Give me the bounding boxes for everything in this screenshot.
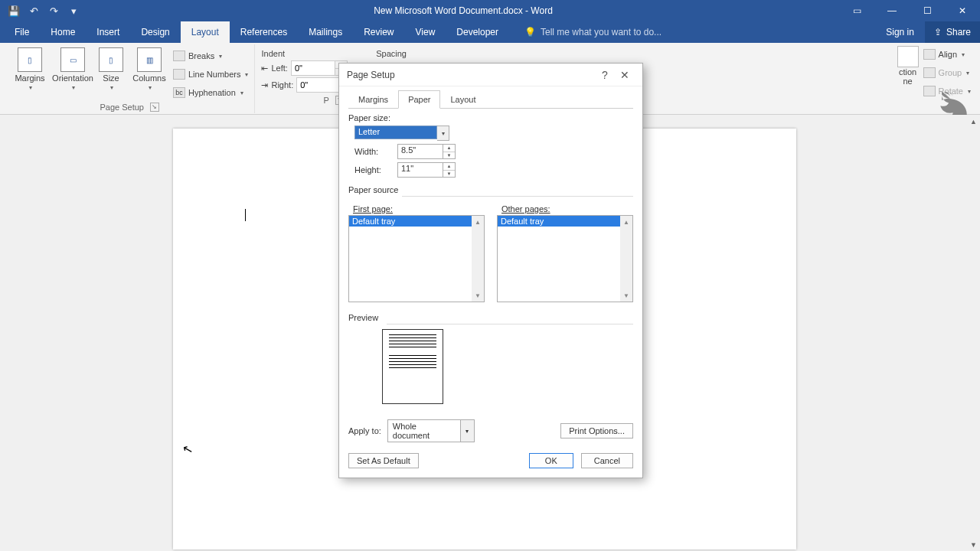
apply-to-label: Apply to:	[348, 426, 381, 435]
hyphenation-button[interactable]: bcHyphenation▾	[173, 84, 248, 101]
breaks-icon	[173, 51, 185, 61]
paper-size-combo[interactable]: Letter ▾	[354, 126, 449, 141]
selection-pane-label-2: ne	[903, 77, 912, 86]
tab-developer[interactable]: Developer	[446, 21, 509, 43]
size-button[interactable]: ▯Size▾	[96, 46, 126, 91]
window-title: New Microsoft Word Document.docx - Word	[87, 5, 839, 16]
qat-more-icon[interactable]: ▾	[67, 5, 80, 17]
other-pages-scrollbar[interactable]: ▲▼	[620, 216, 632, 302]
tab-design[interactable]: Design	[130, 21, 180, 43]
width-value[interactable]: 8.5"	[397, 144, 443, 159]
tab-layout[interactable]: Layout	[181, 21, 230, 43]
first-page-item[interactable]: Default tray	[349, 216, 484, 227]
preview-label: Preview	[348, 313, 633, 322]
margins-icon: ▯	[18, 47, 42, 72]
maximize-icon[interactable]: ☐	[910, 0, 945, 21]
dialog-tab-margins[interactable]: Margins	[348, 90, 398, 109]
height-down-icon[interactable]: ▼	[443, 171, 455, 178]
selection-pane-icon[interactable]	[897, 46, 919, 67]
height-value[interactable]: 11"	[397, 162, 443, 178]
align-button[interactable]: Align▾	[923, 46, 971, 63]
set-as-default-button[interactable]: Set As Default	[348, 453, 419, 468]
line-numbers-icon	[173, 69, 185, 80]
group-label-page-setup: Page Setup	[100, 102, 144, 112]
indent-right-icon: ⇥	[261, 80, 268, 90]
group-icon	[923, 67, 936, 78]
close-icon[interactable]: ✕	[945, 0, 980, 21]
dialog-title: Page Setup	[347, 70, 395, 80]
scroll-down-icon[interactable]: ▼	[967, 538, 980, 551]
indent-left-input[interactable]	[291, 60, 335, 76]
share-button[interactable]: ⇪Share	[925, 21, 980, 43]
tab-view[interactable]: View	[405, 21, 446, 43]
page-setup-dialog: Page Setup ? ✕ Margins Paper Layout Pape…	[338, 63, 643, 478]
apply-to-select[interactable]: Whole document ▾	[387, 419, 475, 442]
width-label: Width:	[354, 147, 391, 156]
ribbon-tabs: File Home Insert Design Layout Reference…	[0, 21, 980, 43]
tab-home[interactable]: Home	[40, 21, 86, 43]
margins-button[interactable]: ▯Margins▾	[11, 46, 49, 91]
first-page-label: First page:	[353, 204, 485, 214]
width-up-icon[interactable]: ▲	[443, 145, 455, 152]
bulb-icon: 💡	[524, 27, 536, 37]
height-up-icon[interactable]: ▲	[443, 163, 455, 171]
cancel-button[interactable]: Cancel	[581, 453, 633, 468]
dialog-close-icon[interactable]: ✕	[615, 69, 635, 81]
orientation-icon: ▭	[60, 47, 85, 72]
indent-left-icon: ⇤	[261, 64, 268, 73]
tab-insert[interactable]: Insert	[86, 21, 130, 43]
group-page-setup: ▯Margins▾ ▭Orientation▾ ▯Size▾ ▥Columns▾…	[5, 44, 255, 113]
paper-size-value: Letter	[354, 126, 437, 139]
columns-icon: ▥	[137, 47, 162, 72]
hyphenation-icon: bc	[173, 87, 185, 98]
title-bar: 💾 ↶ ↷ ▾ New Microsoft Word Document.docx…	[0, 0, 980, 21]
dialog-tab-layout[interactable]: Layout	[440, 90, 485, 109]
columns-button[interactable]: ▥Columns▾	[130, 46, 168, 91]
spacing-header: Spacing	[376, 46, 407, 60]
redo-icon[interactable]: ↷	[47, 5, 60, 17]
align-icon	[923, 49, 936, 60]
height-spinner[interactable]: 11"▲▼	[397, 162, 456, 178]
first-page-listbox[interactable]: Default tray ▲▼	[348, 215, 485, 302]
tab-file[interactable]: File	[4, 21, 40, 43]
paper-size-dropdown-icon[interactable]: ▾	[437, 126, 449, 141]
undo-icon[interactable]: ↶	[28, 5, 40, 17]
tab-references[interactable]: References	[230, 21, 298, 43]
share-icon: ⇪	[934, 27, 942, 37]
dialog-tab-paper[interactable]: Paper	[398, 90, 440, 109]
other-pages-listbox[interactable]: Default tray ▲▼	[497, 215, 633, 302]
apply-to-value: Whole document	[387, 419, 461, 442]
dialog-tabs: Margins Paper Layout	[348, 90, 633, 109]
line-numbers-button[interactable]: Line Numbers▾	[173, 66, 248, 83]
height-label: Height:	[354, 165, 391, 174]
paper-source-label: Paper source	[348, 185, 633, 194]
width-down-icon[interactable]: ▼	[443, 152, 455, 159]
breaks-button[interactable]: Breaks▾	[173, 47, 248, 64]
vertical-scrollbar[interactable]: ▲ ▼	[967, 115, 980, 551]
text-cursor	[245, 209, 246, 221]
other-pages-item[interactable]: Default tray	[498, 216, 632, 227]
tab-mailings[interactable]: Mailings	[298, 21, 353, 43]
tab-review[interactable]: Review	[353, 21, 404, 43]
scroll-up-icon[interactable]: ▲	[967, 115, 980, 128]
orientation-button[interactable]: ▭Orientation▾	[54, 46, 92, 91]
preview-box	[382, 329, 443, 404]
dialog-help-icon[interactable]: ?	[595, 69, 615, 81]
tell-me[interactable]: 💡Tell me what you want to do...	[509, 21, 662, 43]
other-pages-label: Other pages:	[501, 204, 633, 214]
print-options-button[interactable]: Print Options...	[560, 423, 633, 439]
first-page-scrollbar[interactable]: ▲▼	[472, 216, 484, 302]
sign-in[interactable]: Sign in	[875, 21, 925, 43]
indent-right-input[interactable]	[296, 77, 341, 93]
group-button: Group▾	[923, 64, 971, 81]
indent-header: Indent	[261, 46, 353, 60]
page-setup-launcher[interactable]: ↘	[150, 103, 159, 112]
apply-to-dropdown-icon[interactable]: ▾	[461, 419, 475, 442]
width-spinner[interactable]: 8.5"▲▼	[397, 144, 456, 159]
save-icon[interactable]: 💾	[8, 5, 20, 17]
selection-pane-label-1: ction	[899, 67, 916, 77]
minimize-icon[interactable]: —	[874, 0, 910, 21]
ok-button[interactable]: OK	[529, 453, 573, 468]
paper-size-label: Paper size:	[348, 113, 633, 122]
ribbon-display-icon[interactable]: ▭	[839, 0, 874, 21]
